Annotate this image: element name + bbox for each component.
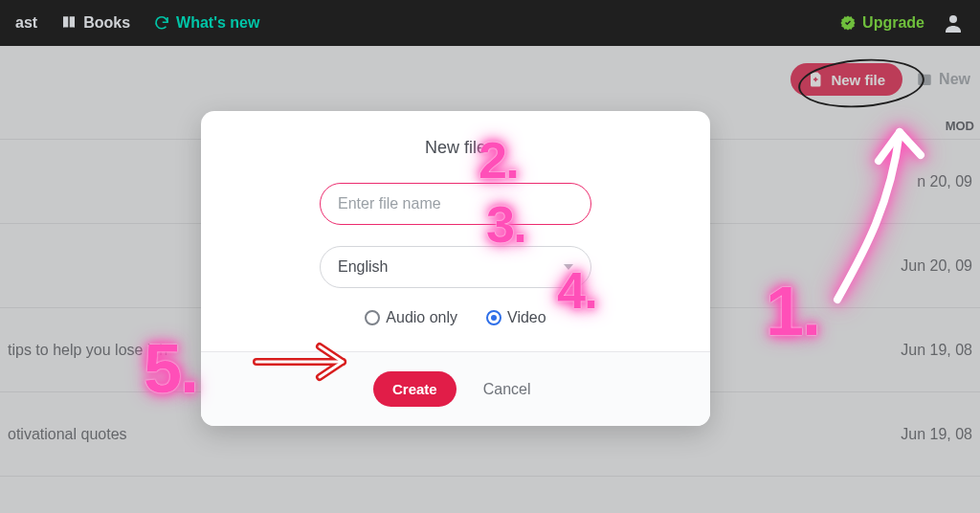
nav-podcast-label: ast (15, 14, 37, 32)
nav-whats-new[interactable]: What's new (153, 14, 259, 32)
nav-books-label: Books (83, 14, 130, 32)
radio-audio-only[interactable]: Audio only (365, 309, 457, 326)
language-select[interactable]: English (320, 246, 591, 288)
row-title: otivational quotes (8, 426, 127, 443)
top-nav: ast Books What's new Upgrade (0, 0, 980, 46)
nav-podcast[interactable]: ast (15, 14, 37, 32)
file-list-area: New file New MOD n 20, 09 Jun 20, 09 tip… (0, 46, 980, 513)
output-type-group: Audio only Video (245, 309, 666, 326)
refresh-icon (153, 14, 170, 32)
upgrade-link[interactable]: Upgrade (839, 14, 924, 32)
radio-video[interactable]: Video (486, 309, 546, 326)
nav-books[interactable]: Books (60, 14, 130, 32)
modal-footer: Create Cancel (201, 351, 710, 426)
nav-whats-new-label: What's new (176, 14, 259, 32)
new-folder-label: New (939, 71, 970, 88)
user-icon[interactable] (942, 11, 965, 34)
radio-circle-icon (486, 310, 501, 325)
radio-video-label: Video (507, 309, 546, 326)
modified-header: MOD (946, 119, 974, 133)
cancel-button[interactable]: Cancel (483, 381, 531, 398)
create-button[interactable]: Create (373, 371, 457, 407)
new-file-modal: New file English Audio only Video (201, 111, 710, 426)
upgrade-label: Upgrade (862, 14, 924, 32)
language-value: English (338, 258, 388, 276)
badge-check-icon (839, 14, 857, 32)
book-icon (60, 14, 78, 32)
row-title: tips to help you lose igh (8, 342, 167, 359)
row-date: Jun 19, 08 (901, 342, 972, 359)
row-date: n 20, 09 (917, 173, 972, 190)
radio-audio-label: Audio only (386, 309, 457, 326)
file-name-input[interactable] (338, 195, 573, 212)
chevron-down-icon (564, 264, 573, 270)
row-date: Jun 19, 08 (901, 426, 972, 443)
file-name-field[interactable] (320, 183, 591, 225)
modal-title: New file (245, 138, 666, 158)
radio-circle-icon (365, 310, 380, 325)
row-date: Jun 20, 09 (901, 257, 972, 275)
svg-point-0 (949, 15, 957, 23)
